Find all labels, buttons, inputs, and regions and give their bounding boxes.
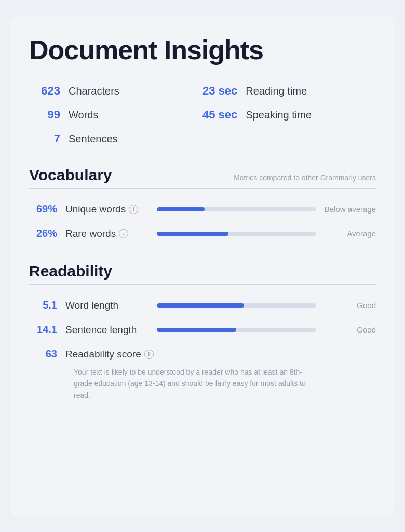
readability-section: Readability 5.1 Word length Good 14.1 Se… — [29, 262, 376, 401]
vocabulary-subtitle: Metrics compared to other Grammarly user… — [234, 174, 376, 182]
word-length-row: 5.1 Word length Good — [29, 293, 376, 317]
word-length-label: Word length — [65, 300, 148, 311]
unique-words-progress-bar — [157, 207, 316, 211]
document-insights-card: Document Insights 623 Characters 99 Word… — [10, 16, 395, 516]
stats-right-column: 23 sec Reading time 45 sec Speaking time — [203, 80, 376, 150]
sentences-value: 7 — [29, 132, 60, 145]
reading-time-label: Reading time — [246, 85, 307, 97]
rare-words-value: 26% — [29, 228, 65, 240]
rare-words-progress-fill — [157, 232, 228, 236]
reading-time-stat: 23 sec Reading time — [203, 80, 376, 102]
unique-words-row: 69% Unique words i Below average — [29, 197, 376, 221]
rare-words-info-icon[interactable]: i — [119, 229, 128, 238]
sentence-length-row: 14.1 Sentence length Good — [29, 317, 376, 342]
readability-score-value: 63 — [29, 348, 65, 360]
sentences-label: Sentences — [69, 133, 118, 145]
speaking-time-stat: 45 sec Speaking time — [203, 104, 376, 126]
unique-words-status: Below average — [324, 205, 376, 214]
sentences-stat: 7 Sentences — [29, 128, 203, 150]
readability-divider — [29, 284, 376, 285]
unique-words-progress-fill — [157, 207, 205, 211]
speaking-time-label: Speaking time — [246, 109, 312, 121]
rare-words-progress-bar — [157, 232, 316, 236]
sentence-length-value: 14.1 — [29, 324, 65, 336]
characters-stat: 623 Characters — [29, 80, 203, 102]
vocabulary-header: Vocabulary Metrics compared to other Gra… — [29, 166, 376, 184]
reading-time-value: 23 sec — [203, 84, 237, 98]
characters-value: 623 — [29, 84, 60, 98]
readability-description: Your text is likely to be understood by … — [29, 366, 320, 401]
sentence-length-progress-bar — [157, 328, 316, 332]
vocabulary-divider — [29, 188, 376, 189]
stats-grid: 623 Characters 99 Words 7 Sentences 23 s… — [29, 80, 376, 150]
word-length-progress-fill — [157, 303, 244, 308]
readability-score-row: 63 Readability score i — [29, 342, 376, 364]
speaking-time-value: 45 sec — [203, 108, 237, 122]
sentence-length-label: Sentence length — [65, 324, 148, 336]
stats-left-column: 623 Characters 99 Words 7 Sentences — [29, 80, 203, 150]
readability-title: Readability — [29, 262, 112, 280]
page-title: Document Insights — [29, 34, 376, 65]
vocabulary-section: Vocabulary Metrics compared to other Gra… — [29, 166, 376, 246]
word-length-progress-bar — [157, 303, 316, 308]
unique-words-info-icon[interactable]: i — [129, 205, 138, 214]
readability-score-label: Readability score i — [65, 349, 154, 360]
words-value: 99 — [29, 108, 60, 122]
word-length-status: Good — [324, 301, 376, 310]
rare-words-row: 26% Rare words i Average — [29, 221, 376, 246]
unique-words-label: Unique words i — [65, 204, 148, 215]
words-stat: 99 Words — [29, 104, 203, 126]
rare-words-status: Average — [324, 229, 376, 238]
sentence-length-status: Good — [324, 325, 376, 334]
readability-score-info-icon[interactable]: i — [144, 350, 154, 359]
unique-words-value: 69% — [29, 203, 65, 215]
sentence-length-progress-fill — [157, 328, 236, 332]
words-label: Words — [69, 109, 98, 121]
vocabulary-title: Vocabulary — [29, 166, 112, 184]
readability-header: Readability — [29, 262, 376, 280]
rare-words-label: Rare words i — [65, 228, 148, 240]
word-length-value: 5.1 — [29, 299, 65, 311]
characters-label: Characters — [69, 85, 119, 97]
